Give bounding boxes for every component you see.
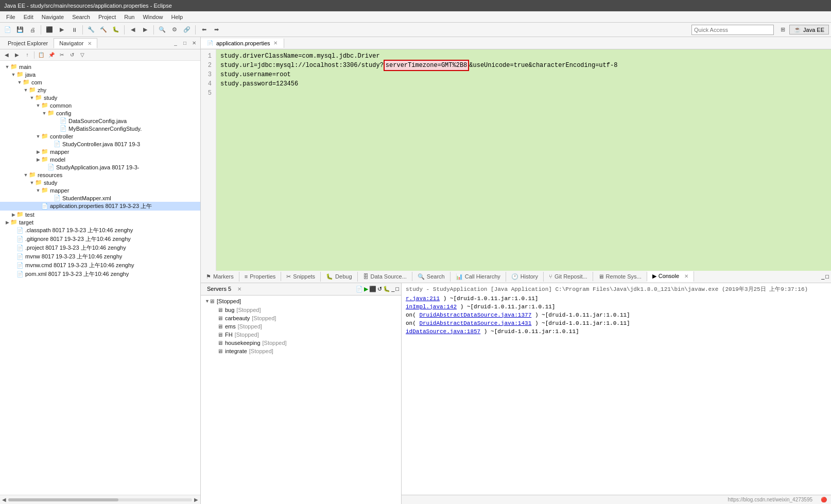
toggle-study[interactable]: ▼ [29, 95, 35, 100]
console-link-2[interactable]: inImpl.java:142 [406, 304, 457, 310]
tree-item-main[interactable]: ▼ 📁 main [0, 63, 200, 71]
editor-tab-close[interactable]: ✕ [273, 40, 278, 46]
toggle-resources[interactable]: ▼ [23, 172, 29, 178]
servers-restart-icon[interactable]: ↺ [377, 286, 382, 292]
tree-item-java[interactable]: ▼ 📁 java [0, 71, 200, 78]
console-link-3[interactable]: DruidAbstractDataSource.java:1377 [419, 312, 531, 318]
menu-run[interactable]: Run [120, 13, 138, 21]
menu-navigate[interactable]: Navigate [38, 13, 68, 21]
toolbar-btn14[interactable]: 🔗 [181, 24, 193, 36]
toolbar-btn12[interactable]: 🔍 [157, 24, 168, 36]
toggle-common[interactable]: ▼ [35, 103, 41, 108]
tree-item-zhy[interactable]: ▼ 📁 zhy [0, 86, 200, 94]
tree-item-model[interactable]: ▶ 📁 model [0, 155, 200, 163]
toolbar-btn6[interactable]: ⏸ [68, 24, 80, 36]
toggle-mapper-xml-folder[interactable]: ▼ [35, 188, 41, 193]
server-toggle-carbeauty[interactable] [211, 317, 217, 319]
bottom-tab-search[interactable]: 🔍 Search [412, 272, 451, 282]
server-toggle-ems[interactable] [211, 325, 217, 327]
toggle-zhy[interactable]: ▼ [23, 88, 29, 93]
scroll-left-icon[interactable]: ◀ [2, 497, 6, 502]
java-ee-button[interactable]: ☕ Java EE [789, 25, 829, 34]
tab-navigator[interactable]: Navigator ✕ [54, 38, 97, 48]
toolbar-btn8[interactable]: 🔨 [98, 24, 109, 36]
tree-item-test[interactable]: ▶ 📁 test [0, 211, 200, 218]
minimize-icon[interactable]: _ [171, 39, 180, 47]
tree-item-controller[interactable]: ▼ 📁 controller [0, 132, 200, 140]
servers-minimize-icon[interactable]: _ [391, 286, 394, 292]
toolbar-perspective-btn[interactable]: ⊞ [777, 24, 788, 36]
server-toggle-integrate[interactable] [211, 350, 217, 352]
nav-filter[interactable]: ▽ [78, 50, 87, 60]
servers-new-icon[interactable]: 📄 [356, 286, 363, 292]
tree-item-mybatis[interactable]: 📄 MyBatisScannerConfigStudy. [0, 125, 200, 132]
tree-item-mvnw[interactable]: 📄 mvnw 8017 19-3-23 上午10:46 zenghy [0, 252, 200, 261]
scroll-right-icon[interactable]: ▶ [194, 497, 198, 502]
tree-item-project[interactable]: 📄 .project 8017 19-3-23 上午10:46 zenghy [0, 244, 200, 252]
bottom-tab-console[interactable]: ▶ Console ✕ [647, 271, 694, 282]
server-item-integrate[interactable]: 🖥 integrate [Stopped] [201, 347, 401, 355]
nav-forward[interactable]: ▶ [12, 50, 22, 60]
nav-up[interactable]: ↑ [23, 50, 32, 60]
servers-tab-label[interactable]: Servers 5 [203, 285, 235, 293]
servers-start-icon[interactable]: ▶ [364, 286, 368, 292]
menu-edit[interactable]: Edit [20, 13, 38, 21]
nav-back[interactable]: ◀ [2, 50, 11, 60]
editor-tab-appprops[interactable]: 📄 application.properties ✕ [201, 39, 284, 48]
toolbar-btn15[interactable]: ⬅ [198, 24, 210, 36]
tree-item-target[interactable]: ▶ 📁 target [0, 218, 200, 226]
nav-delete[interactable]: ✂ [57, 50, 66, 60]
toggle-controller[interactable]: ▼ [35, 134, 41, 139]
menu-help[interactable]: Help [167, 13, 187, 21]
server-item-ems[interactable]: 🖥 ems [Stopped] [201, 322, 401, 331]
nav-refresh[interactable]: ↺ [67, 50, 77, 60]
tree-item-study-res[interactable]: ▼ 📁 study [0, 179, 200, 186]
console-link-5[interactable]: idDataSource.java:1857 [406, 328, 480, 335]
tab-navigator-close[interactable]: ✕ [88, 41, 92, 46]
bottom-tab-properties[interactable]: ≡ Properties [239, 272, 282, 281]
tree-item-appprops[interactable]: 📄 application.properties 8017 19-3-23 上午 [0, 202, 200, 211]
tree-item-com[interactable]: ▼ 📁 com [0, 78, 200, 86]
bottom-tab-remotesys[interactable]: 🖥 Remote Sys... [593, 272, 647, 281]
nav-copy[interactable]: 📋 [37, 50, 46, 60]
tree-item-studycontroller[interactable]: 📄 StudyController.java 8017 19-3 [0, 140, 200, 148]
servers-debug-icon[interactable]: 🐛 [383, 286, 390, 292]
menu-project[interactable]: Project [94, 13, 120, 21]
code-content[interactable]: study.driverClassName=com.mysql.jdbc.Dri… [216, 49, 831, 271]
bottom-tab-debug[interactable]: 🐛 Debug [321, 272, 357, 282]
servers-stop-icon[interactable]: ⬛ [369, 286, 376, 292]
servers-tab-close[interactable]: ✕ [237, 286, 241, 292]
toolbar-btn11[interactable]: ▶ [140, 24, 151, 36]
bottom-tab-datasource[interactable]: 🗄 Data Source... [358, 272, 412, 281]
close-panel-icon[interactable]: ✕ [190, 39, 198, 47]
toolbar-btn2[interactable]: 💾 [14, 24, 26, 36]
server-item-housekeeping[interactable]: 🖥 housekeeping [Stopped] [201, 339, 401, 347]
console-stop-icon[interactable]: 🔴 [821, 497, 827, 502]
tree-item-classpath[interactable]: 📄 .classpath 8017 19-3-23 上午10:46 zenghy [0, 226, 200, 235]
bottom-tab-callhierarchy[interactable]: 📊 Call Hierarchy [451, 272, 506, 282]
servers-maximize-icon[interactable]: □ [395, 286, 399, 292]
menu-search[interactable]: Search [68, 13, 94, 21]
server-toggle-bug[interactable] [211, 309, 217, 311]
server-item-carbeauty[interactable]: 🖥 carbeauty [Stopped] [201, 314, 401, 322]
server-item-stopped-root[interactable]: ▼ 🖥 [Stopped] [201, 297, 401, 306]
toggle-java[interactable]: ▼ [10, 72, 16, 77]
tree-item-study[interactable]: ▼ 📁 study [0, 94, 200, 101]
tree-item-pom[interactable]: 📄 pom.xml 8017 19-3-23 上午10:46 zenghy [0, 270, 200, 279]
toolbar-btn9[interactable]: 🐛 [110, 24, 122, 36]
tree-item-common[interactable]: ▼ 📁 common [0, 101, 200, 109]
toggle-mapper-folder[interactable]: ▶ [35, 149, 41, 154]
toolbar-btn10[interactable]: ◀ [127, 24, 138, 36]
toggle-model[interactable]: ▶ [35, 157, 41, 162]
tree-item-datasource[interactable]: 📄 DataSourceConfig.java [0, 117, 200, 125]
console-link-4[interactable]: DruidAbstractDataSource.java:1431 [419, 320, 531, 326]
tab-project-explorer[interactable]: Project Explorer [2, 38, 54, 48]
tree-item-gitignore[interactable]: 📄 .gitignore 8017 19-3-23 上午10:46 zenghy [0, 235, 200, 244]
toolbar-btn5[interactable]: ▶ [56, 24, 67, 36]
console-tab-close[interactable]: ✕ [684, 273, 688, 279]
toolbar-btn3[interactable]: 🖨 [27, 24, 38, 36]
toggle-target[interactable]: ▶ [4, 220, 10, 225]
toggle-config[interactable]: ▼ [41, 111, 47, 116]
server-item-fh[interactable]: 🖥 FH [Stopped] [201, 331, 401, 339]
maximize-bottom-icon[interactable]: □ [825, 273, 829, 280]
